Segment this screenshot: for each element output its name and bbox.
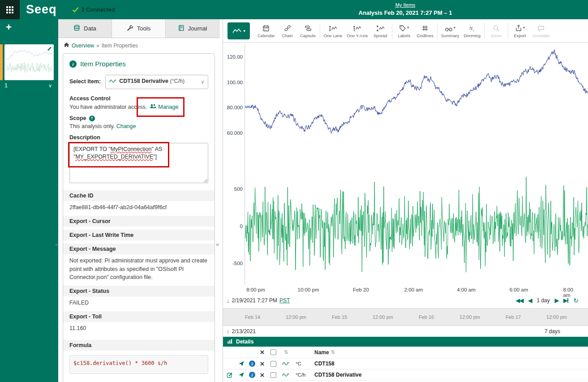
y-axis-tick-label: 100.00 — [224, 80, 243, 85]
sort-icon[interactable]: ⇅ — [331, 349, 335, 355]
summary-icon: ▾ — [445, 24, 455, 32]
item-checkbox[interactable] — [270, 361, 282, 367]
y-axis-tick-label: 0 — [224, 223, 243, 229]
item-select-dropdown[interactable]: CDT158 Derivative (°C/h) ∨ — [105, 75, 208, 89]
calendar-icon — [262, 24, 270, 32]
send-to-trend-icon[interactable] — [238, 372, 249, 378]
toolbar-button-gridlines[interactable]: Gridlines — [414, 20, 436, 42]
home-icon[interactable] — [64, 42, 69, 49]
scope-text: This analysis only. — [69, 123, 115, 129]
toolbar-button-capsule[interactable]: Capsule — [298, 20, 318, 42]
x-axis-tick-label: 10:00 pm — [298, 287, 319, 292]
select-all-checkbox[interactable] — [270, 349, 282, 355]
remove-all-icon[interactable] — [260, 350, 270, 355]
property-label: Export - Last Write Time — [63, 230, 215, 240]
sort-icon[interactable]: ⇅ — [284, 349, 296, 355]
item-checkbox[interactable] — [270, 372, 282, 378]
tab-tools[interactable]: Tools — [112, 19, 166, 38]
timezone-link[interactable]: PST — [279, 297, 290, 304]
collapse-panel-handle-right[interactable]: « — [216, 241, 219, 248]
my-items-link[interactable]: My Items — [395, 2, 416, 8]
display-range-duration[interactable]: 1 day — [536, 297, 549, 304]
toolbar-button-export[interactable]: ▾Export — [510, 20, 530, 42]
scope-label: Scope ? — [69, 115, 208, 121]
worksheet-number: 1 — [4, 82, 8, 89]
details-panel-header[interactable]: Details — [223, 337, 588, 347]
toolbar-button-dimming[interactable]: NiDimming — [461, 20, 482, 42]
arrow-up-icon: ↑ — [227, 328, 230, 335]
name-column-header[interactable]: Name⇅ — [314, 349, 588, 356]
step-forward-half-icon[interactable]: ▶ — [555, 297, 558, 304]
send-to-trend-icon[interactable] — [238, 361, 249, 367]
formula-code: $c158.derivative() * 3600 s/h — [69, 355, 208, 374]
seeq-logo[interactable]: Seeq — [26, 3, 57, 17]
signal-icon — [282, 361, 296, 366]
trend-toolbar: ▾ CalendarChainCapsuleOne LaneOne Y-Axis… — [223, 19, 588, 43]
grid-icon — [6, 6, 14, 14]
selected-item-name: CDT158 Derivative — [119, 78, 168, 84]
description-label: Description — [69, 134, 208, 141]
tab-data[interactable]: Data — [58, 19, 112, 38]
display-range-start[interactable]: ↓ 2/19/2021 7:27 PM PST — [227, 297, 290, 304]
trend-view-button[interactable]: ▾ — [227, 22, 250, 39]
manage-label: Manage — [158, 104, 178, 110]
document-title[interactable]: Analysis Feb 20, 2021 7:27 PM – 1 — [223, 9, 588, 16]
document-header: My Items Analysis Feb 20, 2021 7:27 PM –… — [223, 1, 588, 16]
toolbar-button-calendar[interactable]: Calendar — [255, 20, 277, 42]
edit-properties-icon[interactable] — [227, 372, 238, 378]
remove-item-icon[interactable] — [260, 373, 270, 378]
capsule-icon — [305, 24, 312, 32]
investigate-range-start-value[interactable]: 2/13/2021 — [232, 328, 256, 335]
toolbar-separator — [392, 23, 392, 39]
trend-chart[interactable]: 120.00100.0080.00060.0005000-500 8:00 pm… — [223, 43, 588, 295]
step-back-half-icon[interactable]: ◀ — [528, 297, 532, 304]
item-name[interactable]: CDT158 — [314, 361, 588, 367]
details-row: i°CCDT158 — [223, 358, 588, 369]
breadcrumb: Overview » Item Properties — [58, 38, 219, 52]
card-title: i Item Properties — [69, 60, 208, 68]
app-switcher-button[interactable] — [0, 0, 20, 19]
investigate-timeline[interactable]: Feb 1412:00 pmFeb 1512:00 pmFeb 1612:00 … — [223, 308, 588, 326]
item-uom: °C — [296, 361, 314, 366]
toolbar-button-one-y-axis[interactable]: One Y-Axis — [344, 20, 370, 42]
display-range-start-value[interactable]: 2/19/2021 7:27 PM — [232, 297, 277, 304]
display-range-row: ↓ 2/19/2021 7:27 PM PST ◀◀ ◀ 1 day ▶ ▶ ↻ — [223, 295, 588, 306]
help-icon[interactable]: ? — [89, 116, 95, 121]
worksheet-thumbnail[interactable] — [4, 44, 54, 80]
toolbar-button-summary[interactable]: ▾Summary — [439, 20, 462, 42]
breadcrumb-overview-link[interactable]: Overview — [72, 43, 94, 49]
property-value: Not exported: PI administrator must appr… — [69, 254, 208, 283]
manage-access-link[interactable]: Manage — [150, 103, 178, 110]
y-axis-tick-label: 120.00 — [224, 54, 243, 60]
toolbar-button-label: Zoom — [491, 33, 502, 38]
description-textarea[interactable]: [EXPORT TO "MyPIConnection" AS "MY_EXPOR… — [69, 143, 208, 183]
property-label: Export - Toll — [63, 311, 215, 322]
property-row: Export - Toll11.160 — [69, 311, 208, 334]
edit-worksheet-icon[interactable] — [47, 46, 52, 51]
step-back-full-icon[interactable]: ◀◀ — [516, 297, 523, 304]
change-scope-link[interactable]: Change — [116, 123, 136, 129]
users-icon — [150, 103, 156, 110]
toolbar-button-spread[interactable]: Spread — [370, 20, 391, 42]
chevron-down-icon[interactable]: ∨ — [48, 83, 54, 89]
tab-journal[interactable]: Journal — [166, 19, 219, 38]
investigate-range-start[interactable]: ↑ 2/13/2021 — [227, 328, 256, 335]
connection-status[interactable]: 3 Connected — [72, 7, 115, 13]
remove-item-icon[interactable] — [260, 361, 270, 366]
step-forward-full-icon[interactable]: ▶ — [563, 297, 568, 304]
item-name[interactable]: CDT158 Derivative — [314, 372, 588, 378]
toolbar-separator — [508, 23, 508, 39]
item-info-icon[interactable]: i — [249, 361, 260, 367]
add-worksheet-button[interactable]: + — [0, 19, 13, 33]
y-axis-tick-label: 60.000 — [224, 130, 243, 136]
property-row: Cache ID2ffae881-db46-44f7-ab2d-04a64af9… — [69, 190, 208, 213]
toolbar-buttons: CalendarChainCapsuleOne LaneOne Y-AxisSp… — [255, 19, 552, 42]
refresh-icon[interactable]: ↻ — [573, 297, 578, 304]
toolbar-button-labels[interactable]: ▾Labels — [394, 20, 414, 42]
toolbar-button-one-lane[interactable]: One Lane — [322, 20, 345, 42]
details-table-body: i°CCDT158i°C/hCDT158 Derivative — [223, 358, 588, 381]
range-navigation: ◀◀ ◀ 1 day ▶ ▶ ↻ — [516, 297, 578, 304]
item-info-icon[interactable]: i — [249, 372, 260, 378]
collapse-panel-handle-left[interactable]: « — [55, 241, 58, 248]
toolbar-button-chain[interactable]: Chain — [277, 20, 298, 42]
